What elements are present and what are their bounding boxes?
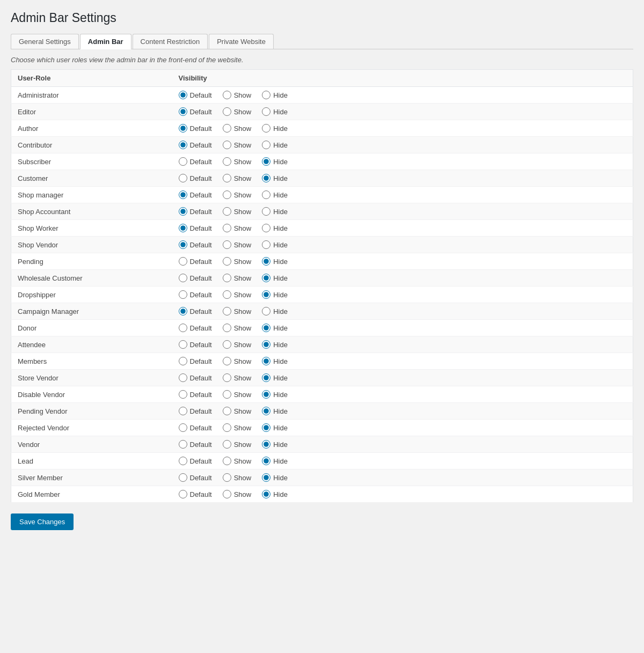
radio-input-hide[interactable] [262,240,270,249]
radio-option-hide[interactable]: Hide [262,473,288,482]
radio-option-hide[interactable]: Hide [262,224,288,232]
radio-option-hide[interactable]: Hide [262,157,288,166]
radio-option-hide[interactable]: Hide [262,307,288,316]
radio-input-show[interactable] [223,207,231,216]
radio-input-hide[interactable] [262,423,270,432]
radio-option-default[interactable]: Default [179,141,212,149]
radio-input-show[interactable] [223,124,231,133]
radio-option-default[interactable]: Default [179,357,212,365]
radio-option-default[interactable]: Default [179,457,212,465]
radio-input-hide[interactable] [262,157,270,166]
radio-option-show[interactable]: Show [223,423,252,432]
radio-input-default[interactable] [179,174,187,182]
radio-input-default[interactable] [179,274,187,282]
radio-input-show[interactable] [223,224,231,232]
radio-option-hide[interactable]: Hide [262,174,288,182]
radio-option-show[interactable]: Show [223,490,252,498]
radio-input-show[interactable] [223,373,231,382]
radio-option-show[interactable]: Show [223,257,252,266]
radio-input-hide[interactable] [262,373,270,382]
radio-input-show[interactable] [223,141,231,149]
radio-option-hide[interactable]: Hide [262,190,288,199]
radio-option-show[interactable]: Show [223,107,252,116]
tab-adminbar[interactable]: Admin Bar [80,34,131,49]
radio-option-default[interactable]: Default [179,290,212,299]
radio-input-default[interactable] [179,423,187,432]
radio-input-default[interactable] [179,224,187,232]
radio-option-hide[interactable]: Hide [262,107,288,116]
radio-input-hide[interactable] [262,324,270,332]
radio-option-default[interactable]: Default [179,340,212,349]
radio-input-default[interactable] [179,91,187,99]
radio-input-hide[interactable] [262,91,270,99]
radio-input-default[interactable] [179,373,187,382]
radio-option-hide[interactable]: Hide [262,290,288,299]
radio-input-hide[interactable] [262,390,270,399]
radio-option-hide[interactable]: Hide [262,124,288,133]
radio-input-show[interactable] [223,190,231,199]
radio-input-default[interactable] [179,357,187,365]
radio-input-show[interactable] [223,324,231,332]
radio-input-show[interactable] [223,407,231,415]
radio-option-show[interactable]: Show [223,340,252,349]
radio-option-show[interactable]: Show [223,124,252,133]
radio-option-hide[interactable]: Hide [262,274,288,282]
radio-option-hide[interactable]: Hide [262,141,288,149]
save-button[interactable]: Save Changes [11,513,74,530]
radio-input-hide[interactable] [262,473,270,482]
radio-option-show[interactable]: Show [223,141,252,149]
radio-input-default[interactable] [179,440,187,449]
radio-option-hide[interactable]: Hide [262,240,288,249]
radio-option-default[interactable]: Default [179,473,212,482]
radio-option-default[interactable]: Default [179,373,212,382]
radio-input-hide[interactable] [262,190,270,199]
radio-input-hide[interactable] [262,124,270,133]
radio-option-default[interactable]: Default [179,91,212,99]
radio-option-show[interactable]: Show [223,473,252,482]
radio-input-hide[interactable] [262,224,270,232]
radio-input-default[interactable] [179,257,187,266]
radio-option-hide[interactable]: Hide [262,490,288,498]
radio-option-default[interactable]: Default [179,324,212,332]
radio-option-show[interactable]: Show [223,224,252,232]
radio-option-hide[interactable]: Hide [262,373,288,382]
radio-input-hide[interactable] [262,457,270,465]
radio-option-hide[interactable]: Hide [262,324,288,332]
radio-input-hide[interactable] [262,290,270,299]
tab-general[interactable]: General Settings [11,34,79,49]
radio-input-default[interactable] [179,340,187,349]
radio-input-show[interactable] [223,473,231,482]
radio-option-hide[interactable]: Hide [262,407,288,415]
radio-input-show[interactable] [223,457,231,465]
radio-input-default[interactable] [179,390,187,399]
radio-input-hide[interactable] [262,174,270,182]
radio-option-default[interactable]: Default [179,440,212,449]
radio-option-default[interactable]: Default [179,174,212,182]
radio-option-show[interactable]: Show [223,357,252,365]
radio-option-default[interactable]: Default [179,157,212,166]
radio-input-show[interactable] [223,440,231,449]
radio-option-hide[interactable]: Hide [262,257,288,266]
radio-input-show[interactable] [223,290,231,299]
radio-input-default[interactable] [179,141,187,149]
radio-input-default[interactable] [179,240,187,249]
tab-content[interactable]: Content Restriction [133,34,208,49]
radio-option-show[interactable]: Show [223,407,252,415]
radio-option-show[interactable]: Show [223,240,252,249]
radio-input-show[interactable] [223,307,231,316]
radio-input-hide[interactable] [262,490,270,498]
radio-option-default[interactable]: Default [179,490,212,498]
radio-input-default[interactable] [179,490,187,498]
radio-input-show[interactable] [223,91,231,99]
radio-input-hide[interactable] [262,207,270,216]
radio-option-show[interactable]: Show [223,324,252,332]
radio-input-hide[interactable] [262,141,270,149]
radio-option-show[interactable]: Show [223,457,252,465]
radio-option-hide[interactable]: Hide [262,457,288,465]
radio-option-show[interactable]: Show [223,190,252,199]
radio-input-show[interactable] [223,357,231,365]
radio-option-default[interactable]: Default [179,107,212,116]
radio-option-default[interactable]: Default [179,274,212,282]
radio-input-default[interactable] [179,124,187,133]
radio-option-default[interactable]: Default [179,307,212,316]
